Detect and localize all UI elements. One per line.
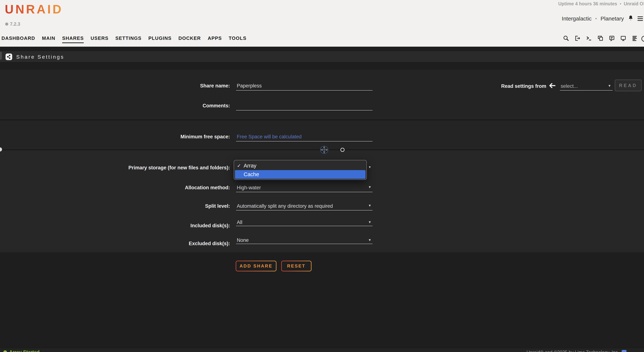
- page-title-bar: Share Settings: [0, 51, 644, 62]
- form-actions: ADD SHARE RESET: [236, 261, 312, 272]
- nav-item-shares[interactable]: SHARES: [62, 36, 84, 43]
- dropdown-option-label: Array: [244, 163, 256, 169]
- chevron-down-icon[interactable]: ▼: [368, 204, 372, 208]
- read-settings-underline: [560, 90, 613, 90]
- system-status-line: Uptime 4 hours 36 minutes • Unraid OS St…: [558, 1, 644, 6]
- separator-dot: •: [620, 2, 621, 6]
- separator-dot: •: [595, 16, 597, 21]
- profile-icon[interactable]: [641, 36, 644, 42]
- app-header: UNRAID 7.2.3 Uptime 4 hours 36 minutes •…: [0, 0, 644, 47]
- nav-item-plugins[interactable]: PLUGINS: [148, 36, 172, 43]
- version-icon: [5, 22, 8, 26]
- allocation-method-underline: [236, 192, 372, 192]
- read-settings-label: Read settings from: [498, 84, 546, 89]
- nav-item-settings[interactable]: SETTINGS: [115, 36, 142, 43]
- page-title: Share Settings: [16, 54, 64, 60]
- unraid-logo[interactable]: UNRAID: [5, 2, 63, 16]
- primary-storage-label: Primary storage (for new files and folde…: [119, 165, 230, 171]
- split-level-select[interactable]: Automatically split any directory as req…: [237, 203, 333, 209]
- nav-item-dashboard[interactable]: DASHBOARD: [2, 36, 35, 43]
- feedback-icon[interactable]: [608, 35, 615, 42]
- split-level-label: Split level:: [119, 203, 230, 209]
- toolbar-icons: [563, 35, 638, 42]
- array-status[interactable]: Array Started: [3, 349, 40, 352]
- uptime-text: Uptime 4 hours 36 minutes: [558, 1, 617, 6]
- share-name-underline: [236, 90, 372, 90]
- share-name-input[interactable]: Paperpless: [237, 83, 262, 89]
- log-icon[interactable]: [632, 35, 638, 42]
- pointer-ring-icon: [340, 148, 344, 152]
- read-settings-select[interactable]: select...: [561, 84, 578, 89]
- array-status-text: Array Started: [9, 349, 40, 352]
- dropdown-option-label: Cache: [244, 172, 259, 178]
- form-section-space: [0, 120, 644, 150]
- nav-item-tools[interactable]: TOOLS: [229, 36, 246, 43]
- share-name-label: Share name:: [119, 83, 230, 89]
- split-level-underline: [236, 210, 372, 210]
- dropdown-option-array[interactable]: ✓ Array: [234, 162, 366, 170]
- included-disks-label: Included disk(s):: [119, 223, 230, 228]
- comments-label: Comments:: [119, 103, 230, 109]
- move-cursor-icon: [320, 146, 328, 154]
- checkmark-icon: ✓: [237, 163, 244, 168]
- server-identity: Intergalactic • Planetary: [562, 15, 643, 22]
- sign-out-icon[interactable]: [574, 35, 581, 42]
- chevron-down-icon[interactable]: ▼: [368, 220, 372, 224]
- arrow-left-icon: [548, 82, 556, 89]
- copyright-text: Unraid® and ©2025 by Lime Technology, In…: [526, 350, 619, 352]
- unraid-webgui: UNRAID 7.2.3 Uptime 4 hours 36 minutes •…: [0, 0, 644, 352]
- reset-button[interactable]: RESET: [281, 261, 312, 272]
- min-free-space-label: Minimum free space:: [119, 134, 230, 140]
- add-share-button[interactable]: ADD SHARE: [236, 261, 276, 272]
- dropdown-option-cache[interactable]: Cache: [235, 170, 366, 179]
- read-button[interactable]: READ: [615, 80, 642, 91]
- included-disks-select[interactable]: All: [237, 220, 242, 225]
- min-free-space-underline: [236, 141, 372, 142]
- server-name[interactable]: Intergalactic: [562, 16, 592, 22]
- share-icon: [6, 54, 12, 60]
- bell-icon[interactable]: [628, 15, 634, 22]
- scrollbar-remnant: [0, 52, 2, 60]
- chevron-down-icon[interactable]: ▼: [368, 165, 372, 169]
- chevron-down-icon[interactable]: ▼: [368, 238, 372, 242]
- form-section-identity: [0, 70, 644, 120]
- chevron-down-icon[interactable]: ▼: [368, 185, 372, 189]
- search-icon[interactable]: [563, 35, 569, 42]
- excluded-disks-select[interactable]: None: [237, 238, 249, 243]
- copy-icon[interactable]: [597, 35, 604, 42]
- os-edition-name: Unraid OS: [624, 1, 644, 6]
- main-nav: DASHBOARD MAIN SHARES USERS SETTINGS PLU…: [2, 36, 246, 43]
- included-disks-underline: [236, 226, 372, 226]
- server-description: Planetary: [600, 16, 624, 22]
- status-dot-icon: [3, 350, 7, 352]
- min-free-space-input[interactable]: Free Space will be calculated: [237, 134, 302, 140]
- nav-item-docker[interactable]: DOCKER: [178, 36, 201, 43]
- comments-underline: [236, 110, 372, 110]
- allocation-method-label: Allocation method:: [119, 185, 230, 190]
- excluded-disks-label: Excluded disk(s):: [119, 241, 230, 246]
- section-divider: [0, 120, 644, 120]
- version-text: 7.2.3: [10, 22, 20, 27]
- footer-link-icon[interactable]: [622, 350, 626, 352]
- terminal-icon[interactable]: [586, 35, 592, 42]
- copyright-line: Unraid® and ©2025 by Lime Technology, In…: [526, 350, 626, 352]
- nav-item-apps[interactable]: APPS: [208, 36, 222, 43]
- nav-item-users[interactable]: USERS: [90, 36, 108, 43]
- display-icon[interactable]: [620, 35, 626, 42]
- allocation-method-select[interactable]: High-water: [237, 185, 261, 190]
- chevron-down-icon[interactable]: ▼: [608, 84, 611, 88]
- hamburger-menu-icon[interactable]: [638, 16, 643, 21]
- version-info: 7.2.3: [5, 22, 20, 27]
- excluded-disks-underline: [236, 244, 372, 244]
- status-footer: Array Started Unraid® and ©2025 by Lime …: [0, 348, 644, 352]
- primary-storage-dropdown: ✓ Array Cache: [234, 160, 367, 180]
- nav-item-main[interactable]: MAIN: [42, 36, 55, 43]
